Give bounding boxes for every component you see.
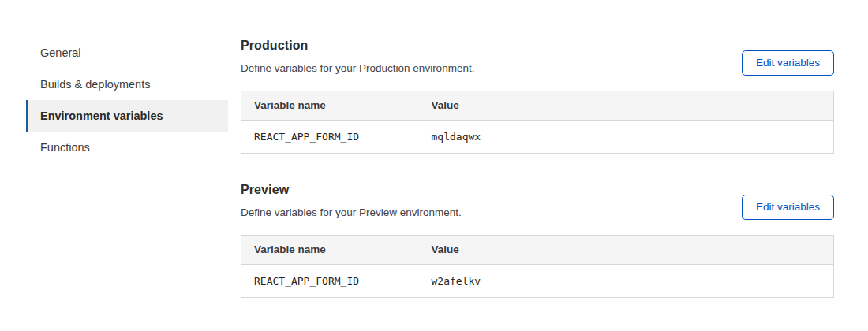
column-header-variable-name: Variable name [241,236,419,265]
production-edit-variables-button[interactable]: Edit variables [742,50,834,76]
variable-name-cell: REACT_APP_FORM_ID [241,265,419,298]
production-section: Production Define variables for your Pro… [241,38,834,154]
preview-variables-table: Variable name Value REACT_APP_FORM_ID w2… [241,235,834,298]
sidebar-item-general[interactable]: General [26,37,228,69]
variable-value-cell: mqldaqwx [419,121,834,154]
variable-name-cell: REACT_APP_FORM_ID [241,121,419,154]
settings-sidebar: General Builds & deployments Environment… [26,37,228,163]
preview-section: Preview Define variables for your Previe… [241,182,834,298]
sidebar-item-environment-variables[interactable]: Environment variables [26,100,228,132]
column-header-value: Value [419,91,834,121]
sidebar-item-functions[interactable]: Functions [26,132,228,163]
table-header-row: Variable name Value [241,91,834,121]
table-header-row: Variable name Value [241,236,834,265]
preview-edit-variables-button[interactable]: Edit variables [742,195,834,220]
sidebar-item-builds-deployments[interactable]: Builds & deployments [26,69,228,100]
production-variables-table: Variable name Value REACT_APP_FORM_ID mq… [241,91,834,154]
environment-variables-panel: Production Define variables for your Pro… [241,38,834,298]
column-header-value: Value [419,236,834,265]
variable-value-cell: w2afelkv [419,265,834,298]
table-row: REACT_APP_FORM_ID mqldaqwx [241,121,834,154]
column-header-variable-name: Variable name [241,91,419,121]
table-row: REACT_APP_FORM_ID w2afelkv [241,265,834,298]
